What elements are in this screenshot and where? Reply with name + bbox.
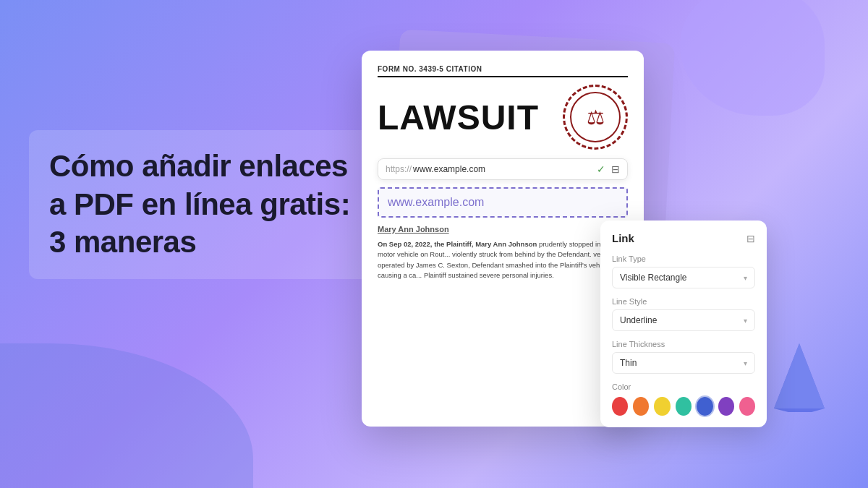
- color-teal[interactable]: [676, 397, 692, 416]
- url-check-icon: ✓: [597, 163, 605, 175]
- bg-decoration-top: [680, 0, 825, 116]
- color-orange[interactable]: [633, 397, 649, 416]
- color-blue[interactable]: [697, 397, 713, 416]
- title-area: Cómo añadir enlaces a PDF en línea grati…: [29, 130, 376, 279]
- pdf-lawsuit-title: LAWSUIT: [378, 98, 539, 137]
- line-style-label: Line Style: [612, 297, 755, 306]
- panel-header: Link ⊟: [612, 232, 755, 244]
- seal-circle: ⚖: [563, 85, 628, 150]
- link-panel: Link ⊟ Link Type Visible Rectangle ▾ Lin…: [600, 221, 767, 427]
- color-pink[interactable]: [739, 397, 755, 416]
- bg-decoration-bottom: [0, 343, 253, 488]
- line-thickness-label: Line Thickness: [612, 340, 755, 348]
- svg-marker-2: [774, 408, 825, 412]
- url-bar[interactable]: https:// www.example.com ✓ ⊟: [378, 158, 628, 180]
- line-style-value: Underline: [620, 315, 657, 325]
- color-row: [612, 397, 755, 416]
- pdf-form-number: FORM NO. 3439-5 CITATION: [378, 65, 628, 73]
- page-title: Cómo añadir enlaces a PDF en línea grati…: [49, 147, 356, 262]
- color-label: Color: [612, 382, 755, 391]
- line-style-arrow: ▾: [744, 317, 747, 325]
- line-thickness-value: Thin: [620, 358, 637, 368]
- triangle-decoration: [774, 343, 825, 423]
- link-type-arrow: ▾: [744, 274, 747, 282]
- link-example-text: www.example.com: [388, 196, 484, 208]
- line-style-select[interactable]: Underline ▾: [612, 309, 755, 331]
- pdf-header-row: LAWSUIT ⚖: [378, 85, 628, 150]
- line-thickness-select[interactable]: Thin ▾: [612, 352, 755, 374]
- pdf-divider: [378, 76, 628, 77]
- link-type-value: Visible Rectangle: [620, 273, 687, 283]
- seal-inner: ⚖: [570, 92, 621, 142]
- panel-title: Link: [612, 232, 634, 244]
- color-red[interactable]: [612, 397, 628, 416]
- link-type-select[interactable]: Visible Rectangle ▾: [612, 267, 755, 288]
- url-settings-icon[interactable]: ⊟: [611, 163, 620, 175]
- pdf-body-text: On Sep 02, 2022, the Plaintiff, Mary Ann…: [378, 239, 628, 281]
- scales-icon: ⚖: [587, 106, 605, 129]
- color-yellow[interactable]: [654, 397, 670, 416]
- link-selection-box[interactable]: www.example.com: [378, 187, 628, 218]
- line-thickness-arrow: ▾: [744, 359, 747, 367]
- url-input[interactable]: www.example.com: [413, 164, 597, 174]
- url-prefix: https://: [386, 164, 412, 174]
- panel-settings-icon[interactable]: ⊟: [746, 233, 755, 244]
- link-type-label: Link Type: [612, 254, 755, 263]
- svg-marker-1: [774, 343, 825, 412]
- pdf-author-name: Mary Ann Johnson: [378, 225, 628, 234]
- color-purple[interactable]: [718, 397, 734, 416]
